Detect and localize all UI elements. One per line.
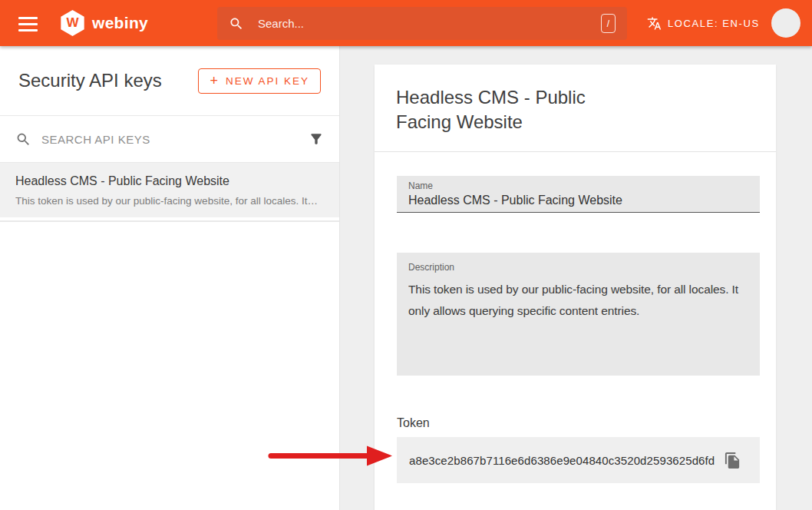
form-card-body: Name Description This token is used by o… bbox=[375, 176, 776, 483]
api-keys-search-bar bbox=[0, 116, 339, 163]
name-field-label: Name bbox=[408, 180, 748, 191]
webiny-hexagon-icon: W bbox=[60, 10, 85, 36]
description-input[interactable]: This token is used by our public-facing … bbox=[408, 279, 748, 369]
api-key-item-title: Headless CMS - Public Facing Website bbox=[15, 174, 324, 188]
translate-icon bbox=[647, 16, 662, 31]
search-icon bbox=[15, 131, 31, 147]
webiny-admin-screen: W webiny / LOCALE: EN-US Security API ke… bbox=[0, 0, 812, 510]
token-value: a8e3ce2b867b7116e6d6386e9e04840c3520d259… bbox=[409, 454, 724, 467]
new-api-key-button[interactable]: + NEW API KEY bbox=[198, 68, 321, 94]
description-field-label: Description bbox=[408, 262, 748, 273]
filter-funnel-icon bbox=[309, 131, 324, 147]
api-keys-search-input[interactable] bbox=[41, 133, 299, 146]
main-content: Security API keys + NEW API KEY H bbox=[0, 46, 812, 510]
token-label: Token bbox=[397, 416, 760, 431]
filter-button[interactable] bbox=[309, 131, 324, 147]
webiny-logo-text: webiny bbox=[92, 14, 148, 32]
list-item-divider bbox=[0, 217, 339, 222]
page-title: Security API keys bbox=[18, 70, 162, 91]
global-search-bar: / bbox=[217, 7, 627, 40]
name-field: Name bbox=[397, 176, 760, 213]
slash-shortcut-badge: / bbox=[601, 14, 616, 33]
plus-icon: + bbox=[210, 75, 218, 86]
global-search-input[interactable] bbox=[258, 17, 601, 30]
webiny-logo[interactable]: W webiny bbox=[60, 10, 148, 36]
api-key-title: Headless CMS - Public Facing Website bbox=[396, 85, 599, 134]
token-box: a8e3ce2b867b7116e6d6386e9e04840c3520d259… bbox=[397, 437, 760, 483]
locale-label: LOCALE: EN-US bbox=[668, 18, 760, 29]
api-key-list-item[interactable]: Headless CMS - Public Facing Website Thi… bbox=[0, 163, 339, 217]
api-key-form-card: Headless CMS - Public Facing Website Nam… bbox=[375, 65, 776, 510]
copy-token-button[interactable] bbox=[724, 452, 741, 469]
api-key-item-description: This token is used by our public-facing … bbox=[15, 195, 324, 207]
name-input[interactable] bbox=[408, 194, 748, 207]
search-icon bbox=[229, 16, 244, 31]
hamburger-menu-icon[interactable] bbox=[18, 17, 38, 31]
form-card-header: Headless CMS - Public Facing Website bbox=[375, 65, 776, 151]
description-field: Description This token is used by our pu… bbox=[397, 253, 760, 376]
locale-selector[interactable]: LOCALE: EN-US bbox=[647, 0, 760, 46]
new-api-key-button-label: NEW API KEY bbox=[226, 75, 309, 87]
user-avatar[interactable] bbox=[771, 8, 800, 38]
api-keys-list-panel: Security API keys + NEW API KEY H bbox=[0, 46, 340, 510]
copy-icon bbox=[724, 452, 741, 469]
list-panel-header: Security API keys + NEW API KEY bbox=[0, 46, 339, 116]
top-app-bar: W webiny / LOCALE: EN-US bbox=[0, 0, 812, 46]
card-header-divider bbox=[375, 151, 776, 152]
api-key-detail-panel: Headless CMS - Public Facing Website Nam… bbox=[340, 46, 812, 510]
